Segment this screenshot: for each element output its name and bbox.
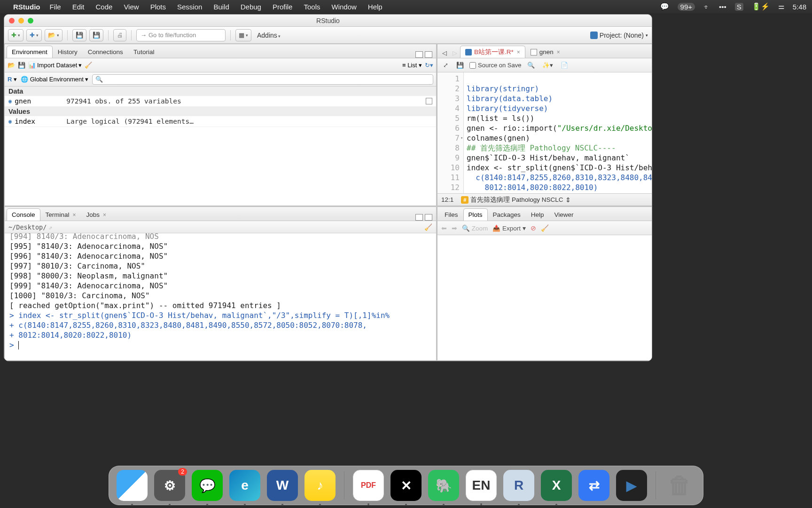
tab-files[interactable]: Files — [439, 208, 463, 221]
new-project-button[interactable]: ✚ — [26, 29, 42, 41]
tab-tutorial[interactable]: Tutorial — [128, 46, 160, 58]
save-all-button[interactable]: 💾 — [89, 29, 103, 41]
menu-view[interactable]: View — [124, 3, 139, 11]
print-button[interactable]: 🖨 — [113, 29, 126, 41]
remove-plot-button[interactable]: ⊘ — [531, 224, 536, 232]
new-file-button[interactable]: ✚ — [8, 29, 23, 41]
evernote-icon[interactable]: 🐘 — [428, 470, 459, 501]
battery-icon[interactable]: 🔋⚡ — [752, 2, 770, 11]
source-tab-data[interactable]: gnen × — [525, 46, 565, 58]
working-directory[interactable]: ~/Desktop/ — [8, 223, 47, 231]
menu-build[interactable]: Build — [213, 3, 229, 11]
section-navigator[interactable]: 首先筛选病理 Pathology NSCLC ⇕ — [461, 196, 570, 204]
minimize-pane-button[interactable] — [415, 51, 423, 58]
menu-help[interactable]: Help — [368, 3, 383, 11]
tab-terminal[interactable]: Terminal× — [40, 208, 81, 221]
tab-help[interactable]: Help — [526, 208, 549, 221]
source-on-save-checkbox[interactable]: Source on Save — [469, 62, 522, 69]
maximize-pane-button[interactable] — [425, 214, 432, 221]
addins-menu[interactable]: Addins — [254, 32, 283, 39]
clock[interactable]: 5:48 — [793, 3, 806, 11]
project-selector[interactable]: Project: (None) — [590, 32, 648, 39]
ime-icon[interactable]: S — [735, 3, 743, 11]
wechat-status-icon[interactable]: 💬 — [660, 2, 669, 11]
scope-selector[interactable]: 🌐 Global Environment ▾ — [21, 76, 88, 83]
menu-edit[interactable]: Edit — [72, 3, 85, 11]
nav-forward-button[interactable]: ▷ — [450, 48, 460, 58]
pdf-icon[interactable]: PDF — [353, 470, 384, 501]
refresh-button[interactable]: ↻▾ — [425, 62, 433, 69]
wechat-icon[interactable]: 💬 — [192, 470, 223, 501]
excel-icon[interactable]: X — [541, 470, 572, 501]
view-data-icon[interactable] — [426, 98, 432, 104]
save-source-button[interactable]: 💾 — [454, 60, 466, 71]
close-tab-icon[interactable]: × — [517, 49, 520, 56]
zoom-button[interactable]: 🔍 Zoom — [462, 224, 488, 232]
app-name[interactable]: RStudio — [13, 3, 40, 11]
env-item-index[interactable]: ◉ index Large logical (972941 elements… — [5, 116, 436, 127]
settings-icon[interactable]: ⚙2 — [154, 470, 185, 501]
clear-all-button[interactable]: 🧹 — [541, 224, 549, 232]
prev-plot-button[interactable]: ⬅ — [441, 224, 447, 232]
nav-back-button[interactable]: ◁ — [439, 48, 450, 58]
import-dataset-button[interactable]: 📊 Import Dataset ▾ — [28, 62, 82, 69]
tab-environment[interactable]: Environment — [7, 46, 53, 58]
endnote-icon[interactable]: EN — [466, 470, 497, 501]
word-icon[interactable]: W — [267, 470, 298, 501]
minimize-pane-button[interactable] — [415, 214, 423, 221]
environment-search[interactable]: 🔍 — [92, 74, 433, 85]
close-button[interactable] — [9, 18, 15, 24]
compile-report-button[interactable]: 📄 — [559, 60, 570, 71]
list-view-selector[interactable]: ≡ List ▾ — [402, 62, 422, 69]
edge-icon[interactable]: e — [229, 470, 260, 501]
close-tab-icon[interactable]: × — [103, 212, 106, 218]
console-output[interactable]: [994] 8140/3: Adenocarcinoma, NOS [995] … — [5, 233, 436, 360]
find-replace-button[interactable]: 🔍 — [525, 60, 537, 71]
remote-icon[interactable]: ⇄ — [578, 470, 609, 501]
tab-packages[interactable]: Packages — [488, 208, 526, 221]
expand-icon[interactable]: ◉ — [8, 118, 12, 125]
show-in-new-window-button[interactable]: ⤢ — [440, 60, 451, 71]
menu-extras-icon[interactable]: ••• — [719, 3, 726, 11]
player-icon[interactable]: ▶ — [616, 470, 647, 501]
maximize-pane-button[interactable] — [425, 51, 432, 58]
tab-connections[interactable]: Connections — [83, 46, 128, 58]
wifi-icon[interactable]: ᯤ — [703, 3, 710, 11]
tab-history[interactable]: History — [53, 46, 83, 58]
code-tools-button[interactable]: ✨▾ — [540, 60, 555, 71]
expand-icon[interactable]: ◉ — [8, 98, 12, 104]
save-workspace-button[interactable]: 💾 — [18, 62, 25, 69]
tab-console[interactable]: Console — [7, 208, 40, 221]
source-tab-script[interactable]: B站第一课.R* × — [460, 46, 525, 58]
open-file-button[interactable]: 📂 — [45, 29, 62, 41]
clear-console-button[interactable]: 🧹 — [424, 223, 432, 231]
x-app-icon[interactable]: ✕ — [390, 470, 422, 501]
code-editor[interactable]: 1 2 3 4 5 6 7 8 9 10 11 12 13 library(st… — [437, 72, 652, 193]
workspace-panes-button[interactable]: ▦ — [235, 29, 251, 41]
save-button[interactable]: 💾 — [72, 29, 86, 41]
close-tab-icon[interactable]: × — [73, 212, 76, 218]
minimize-button[interactable] — [18, 18, 24, 24]
trash-icon[interactable]: 🗑 — [664, 470, 695, 501]
control-center-icon[interactable]: ⚌ — [778, 2, 784, 11]
env-item-gnen[interactable]: ◉ gnen 972941 obs. of 255 variables — [5, 96, 436, 107]
tab-jobs[interactable]: Jobs× — [81, 208, 112, 221]
finder-icon[interactable] — [117, 470, 148, 501]
rstudio-dock-icon[interactable]: R — [503, 470, 534, 501]
goto-file-function-input[interactable]: Go to file/function — [136, 29, 226, 41]
export-button[interactable]: 📤 Export ▾ — [492, 224, 526, 232]
view-directory-icon[interactable]: ⇗ — [48, 223, 52, 231]
menu-code[interactable]: Code — [96, 3, 113, 11]
language-selector[interactable]: R ▾ — [8, 76, 17, 83]
menu-session[interactable]: Session — [177, 3, 202, 11]
maximize-button[interactable] — [28, 18, 33, 24]
menu-plots[interactable]: Plots — [150, 3, 166, 11]
tab-viewer[interactable]: Viewer — [549, 208, 579, 221]
menu-debug[interactable]: Debug — [241, 3, 261, 11]
menu-tools[interactable]: Tools — [304, 3, 320, 11]
code-content[interactable]: library(stringr) library(data.table) lib… — [464, 72, 652, 193]
next-plot-button[interactable]: ➡ — [452, 224, 457, 232]
load-workspace-button[interactable]: 📂 — [8, 62, 15, 69]
titlebar[interactable]: RStudio — [4, 15, 652, 27]
tab-plots[interactable]: Plots — [463, 208, 488, 221]
